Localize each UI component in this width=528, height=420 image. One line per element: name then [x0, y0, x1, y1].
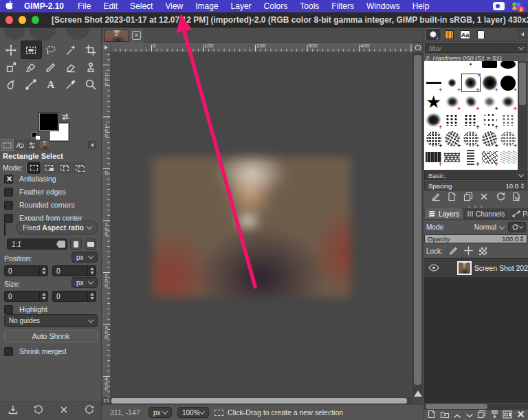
option-rounded-corners[interactable]: Rounded corners [4, 200, 75, 210]
tab-image-thumbnail[interactable] [38, 140, 50, 151]
reset-tool-options-button[interactable] [85, 405, 94, 417]
menu-view[interactable]: View [159, 1, 189, 11]
raise-layer-button[interactable] [453, 409, 461, 420]
duplicate-brush-button[interactable] [463, 192, 473, 204]
brush-swatch[interactable] [499, 92, 518, 111]
fixed-checkbox[interactable] [4, 223, 6, 236]
auto-shrink-button[interactable]: Auto Shrink [4, 330, 98, 342]
status-app-icon[interactable]: 2 [512, 1, 521, 11]
clear-icon[interactable] [56, 241, 65, 248]
add-layer-mask-button[interactable] [503, 409, 512, 420]
tab-document-history[interactable] [474, 29, 488, 41]
brush-swatch[interactable] [424, 61, 443, 74]
position-unit-dropdown[interactable]: px [72, 252, 98, 263]
delete-tool-preset-button[interactable] [59, 405, 69, 417]
lock-position-icon[interactable] [464, 246, 473, 256]
rectangle-select-tool[interactable] [21, 41, 41, 58]
mode-subtract-button[interactable] [57, 162, 71, 174]
brush-swatch-selected[interactable] [461, 74, 480, 92]
rounded-corners-checkbox[interactable] [4, 201, 13, 210]
layer-list[interactable]: Screen Shot 202 [424, 258, 528, 403]
size-width-field[interactable]: 0 [4, 291, 48, 302]
horizontal-ruler[interactable]: 0 100 200 300 400 500 [111, 43, 412, 52]
swap-colors-icon[interactable] [61, 111, 69, 120]
paintbrush-tool[interactable] [41, 58, 61, 76]
lock-alpha-icon[interactable] [479, 247, 487, 255]
move-tool[interactable] [1, 41, 21, 58]
brush-palette-scrollbar[interactable] [518, 61, 527, 170]
tab-channels[interactable]: Channels [463, 208, 508, 219]
zoom-window-button[interactable] [32, 16, 39, 24]
brush-swatch[interactable] [443, 92, 461, 111]
new-brush-button[interactable] [447, 192, 456, 204]
fixed-dropdown[interactable]: Fixed Aspect ratio [16, 221, 98, 234]
position-x-field[interactable]: 0 [4, 265, 48, 276]
brush-swatch[interactable] [481, 129, 499, 148]
new-layer-button[interactable] [427, 409, 436, 420]
new-layer-group-button[interactable] [440, 409, 450, 420]
tab-device-status[interactable]: i [14, 140, 25, 151]
brush-swatch[interactable] [481, 111, 499, 129]
mode-options-button[interactable] [508, 222, 526, 232]
menu-edit[interactable]: Edit [97, 1, 124, 11]
transform-tool[interactable] [1, 58, 21, 76]
minimize-window-button[interactable] [19, 16, 26, 24]
tab-brushes[interactable] [426, 29, 441, 41]
layer-row-selected[interactable]: Screen Shot 202 [424, 259, 528, 277]
menu-filters[interactable]: Filters [325, 1, 360, 11]
duplicate-layer-button[interactable] [477, 409, 486, 420]
layer-opacity-slider[interactable]: Opacity 100.0 [424, 234, 527, 243]
option-feather-edges[interactable]: Feather edges [4, 187, 66, 197]
brush-swatch[interactable] [481, 166, 499, 170]
menu-layer[interactable]: Layer [225, 1, 258, 11]
brush-filter-input[interactable]: filter [425, 43, 527, 53]
horizontal-scrollbar[interactable] [111, 397, 412, 404]
brush-swatch[interactable] [443, 166, 461, 170]
close-window-button[interactable] [6, 16, 13, 24]
text-tool[interactable]: A [41, 76, 61, 93]
color-picker-tool[interactable] [60, 76, 80, 93]
brush-swatch[interactable] [461, 92, 480, 111]
tab-fonts[interactable] [458, 29, 472, 41]
expand-from-center-checkbox[interactable] [4, 214, 13, 223]
option-shrink-merged[interactable]: Shrink merged [4, 346, 66, 356]
brush-swatch[interactable] [443, 61, 461, 74]
paths-tool[interactable] [21, 76, 41, 93]
menu-file[interactable]: File [72, 1, 97, 11]
brush-swatch[interactable] [424, 74, 443, 92]
brush-swatch[interactable] [443, 74, 461, 92]
brush-swatch[interactable] [499, 148, 518, 166]
close-image-icon[interactable] [132, 31, 141, 40]
restore-tool-preset-button[interactable] [34, 405, 43, 417]
eraser-tool[interactable] [60, 58, 80, 76]
navigation-button[interactable] [412, 43, 423, 52]
image-tab[interactable] [103, 28, 143, 43]
brush-swatch[interactable] [461, 129, 480, 148]
status-unit-dropdown[interactable]: px [148, 407, 172, 418]
landscape-orientation-button[interactable] [85, 239, 96, 250]
collapse-dock-icon[interactable] [518, 30, 527, 38]
feather-edges-checkbox[interactable] [4, 188, 13, 197]
option-antialiasing[interactable]: Antialiasing [4, 174, 56, 184]
clone-tool[interactable] [80, 58, 100, 76]
delete-brush-button[interactable] [479, 192, 489, 204]
tab-layers[interactable]: Layers [425, 208, 463, 219]
brush-swatch[interactable] [481, 74, 499, 92]
crop-tool[interactable] [80, 41, 100, 58]
brush-swatch[interactable] [424, 166, 443, 170]
brush-swatch[interactable] [499, 111, 518, 129]
menu-select[interactable]: Select [124, 1, 159, 11]
menu-help[interactable]: Help [406, 1, 436, 11]
refresh-brushes-button[interactable] [496, 192, 505, 204]
brush-swatch[interactable] [424, 92, 443, 111]
brush-swatch[interactable] [499, 129, 518, 148]
brush-spacing-slider[interactable]: Spacing 10.0 [424, 181, 527, 190]
tab-undo-history[interactable] [26, 140, 38, 151]
menu-colors[interactable]: Colors [258, 1, 294, 11]
mode-intersect-button[interactable] [72, 162, 86, 174]
layer-visibility-icon[interactable] [428, 262, 439, 274]
merge-down-button[interactable] [490, 409, 499, 420]
brush-swatch[interactable] [461, 61, 480, 74]
size-unit-dropdown[interactable]: px [72, 277, 98, 288]
mode-add-button[interactable] [42, 162, 56, 174]
